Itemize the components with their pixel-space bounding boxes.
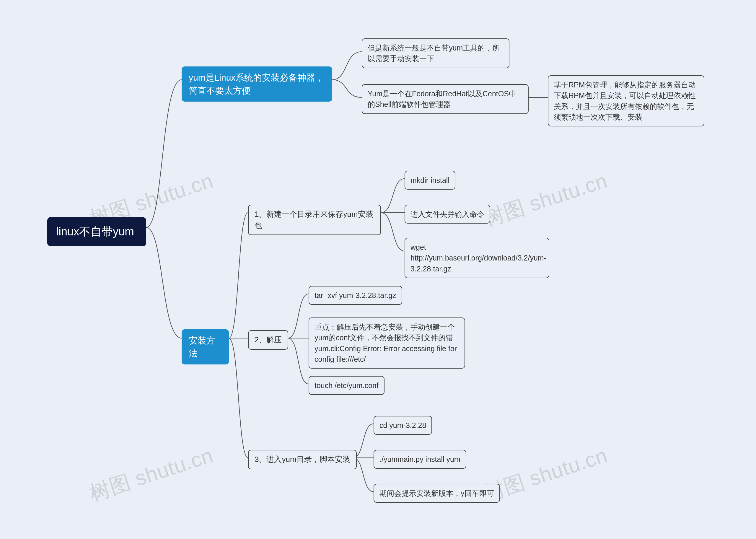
watermark: 树图 shutu.cn: [480, 441, 611, 508]
root-node: linux不自带yum: [47, 217, 146, 246]
leaf-cd-yum: cd yum-3.2.28: [374, 416, 432, 435]
leaf-wget: wget http://yum.baseurl.org/download/3.2…: [405, 238, 549, 278]
leaf-yummain: ./yummain.py install yum: [374, 450, 466, 469]
leaf-mkdir: mkdir install: [405, 171, 455, 190]
leaf-prompt: 期间会提示安装新版本，y回车即可: [374, 484, 500, 503]
leaf-touch: touch /etc/yum.conf: [309, 376, 385, 395]
step-2: 2、解压: [248, 330, 288, 350]
leaf-rpm-desc: 基于RPM包管理，能够从指定的服务器自动下载RPM包并且安装，可以自动处理依赖性…: [548, 75, 704, 126]
branch-install-method: 安装方法: [182, 329, 229, 364]
watermark: 树图 shutu.cn: [480, 167, 611, 233]
leaf-need-manual: 但是新系统一般是不自带yum工具的，所以需要手动安装一下: [362, 38, 509, 68]
step-1: 1、新建一个目录用来保存yum安装包: [248, 205, 381, 235]
watermark: 树图 shutu.cn: [86, 441, 217, 508]
branch-yum-intro: yum是Linux系统的安装必备神器，简直不要太方便: [182, 66, 332, 102]
step-3: 3、进入yum目录，脚本安装: [248, 450, 357, 469]
leaf-yum-fedora: Yum是一个在Fedora和RedHat以及CentOS中的Shell前端软件包…: [362, 84, 529, 114]
leaf-tar: tar -xvf yum-3.2.28.tar.gz: [309, 286, 402, 305]
leaf-cd-cmd: 进入文件夹并输入命令: [405, 205, 490, 224]
leaf-conf-note: 重点：解压后先不着急安装，手动创建一个yum的conf文件，不然会报找不到文件的…: [309, 318, 465, 369]
